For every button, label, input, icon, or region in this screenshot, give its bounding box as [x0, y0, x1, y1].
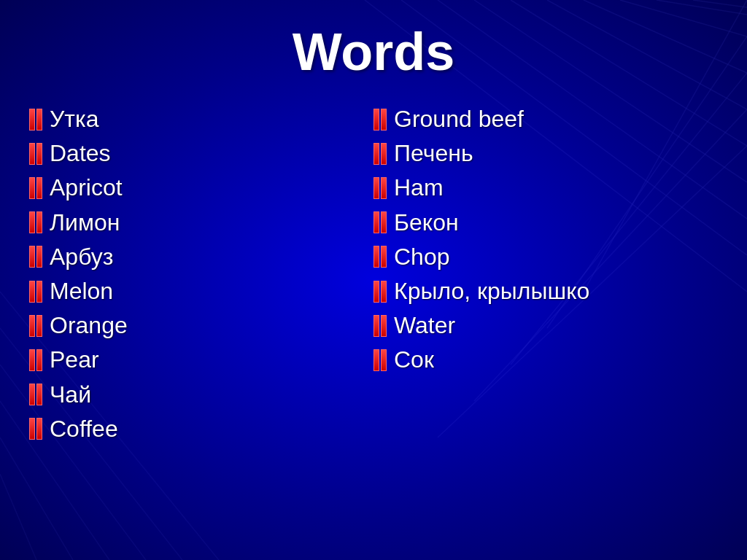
item-text: Chop [394, 241, 450, 273]
list-item: Dates [29, 138, 374, 169]
item-text: Orange [50, 310, 128, 341]
bullet-icon [29, 315, 42, 337]
bullet-bar-right [36, 211, 42, 233]
bullet-bar-left [29, 418, 35, 440]
column-2: Ground beefПеченьHamБеконChopКрыло, крыл… [374, 104, 718, 445]
main-content: Words УткаDatesApricotЛимонАрбузMelonOra… [0, 0, 747, 560]
bullet-bar-left [29, 315, 35, 337]
list-item: Арбуз [29, 241, 374, 273]
bullet-icon [374, 143, 387, 165]
bullet-bar-left [374, 109, 379, 131]
bullet-icon [29, 143, 42, 165]
bullet-bar-left [374, 281, 379, 303]
bullet-icon [374, 211, 387, 233]
bullet-bar-left [29, 246, 35, 268]
item-text: Pear [50, 344, 99, 376]
item-text: Dates [50, 138, 111, 169]
list-item: Coffee [29, 413, 374, 445]
bullet-icon [29, 246, 42, 268]
bullet-bar-left [374, 211, 379, 233]
bullet-bar-right [381, 349, 387, 371]
bullet-bar-left [374, 349, 379, 371]
list-item: Ham [374, 172, 718, 203]
bullet-icon [374, 177, 387, 199]
list-item: Apricot [29, 172, 374, 203]
bullet-bar-right [36, 418, 42, 440]
bullet-icon [29, 384, 42, 405]
item-text: Утка [50, 104, 98, 135]
item-text: Apricot [50, 172, 123, 203]
bullet-bar-left [29, 211, 35, 233]
list-item: Лимон [29, 207, 374, 238]
bullet-icon [29, 418, 42, 440]
list-item: Бекон [374, 207, 718, 238]
list-item: Water [374, 310, 718, 341]
list-item: Orange [29, 310, 374, 341]
bullet-bar-left [29, 143, 35, 165]
bullet-bar-right [36, 281, 42, 303]
list-item: Сок [374, 344, 718, 376]
word-columns: УткаDatesApricotЛимонАрбузMelonOrangePea… [0, 104, 747, 445]
bullet-bar-right [36, 349, 42, 371]
bullet-icon [29, 211, 42, 233]
bullet-icon [374, 281, 387, 303]
bullet-bar-right [36, 143, 42, 165]
bullet-bar-right [36, 109, 42, 131]
bullet-bar-left [29, 384, 35, 405]
bullet-icon [29, 177, 42, 199]
bullet-icon [29, 109, 42, 131]
item-text: Coffee [50, 413, 118, 445]
list-item: Утка [29, 104, 374, 135]
list-item: Ground beef [374, 104, 718, 135]
item-text: Сок [394, 344, 434, 376]
bullet-icon [374, 246, 387, 268]
list-item: Chop [374, 241, 718, 273]
list-item: Крыло, крылышко [374, 276, 718, 307]
bullet-bar-left [29, 349, 35, 371]
bullet-bar-left [29, 109, 35, 131]
list-item: Melon [29, 276, 374, 307]
bullet-bar-left [29, 177, 35, 199]
bullet-icon [374, 349, 387, 371]
item-text: Бекон [394, 207, 459, 238]
bullet-bar-right [381, 177, 387, 199]
list-item: Печень [374, 138, 718, 169]
bullet-bar-right [381, 211, 387, 233]
item-text: Лимон [50, 207, 120, 238]
bullet-bar-left [374, 143, 379, 165]
bullet-bar-right [36, 246, 42, 268]
item-text: Арбуз [50, 241, 113, 273]
bullet-bar-right [381, 143, 387, 165]
page-title: Words [293, 22, 455, 82]
item-text: Печень [394, 138, 473, 169]
bullet-bar-left [374, 246, 379, 268]
bullet-icon [29, 281, 42, 303]
bullet-bar-left [29, 281, 35, 303]
bullet-bar-left [374, 177, 379, 199]
bullet-icon [374, 315, 387, 337]
bullet-bar-right [36, 384, 42, 405]
item-text: Water [394, 310, 455, 341]
bullet-bar-right [381, 246, 387, 268]
item-text: Ham [394, 172, 444, 203]
bullet-bar-right [381, 315, 387, 337]
list-item: Чай [29, 379, 374, 411]
bullet-bar-left [374, 315, 379, 337]
bullet-bar-right [381, 281, 387, 303]
column-1: УткаDatesApricotЛимонАрбузMelonOrangePea… [29, 104, 374, 445]
bullet-icon [374, 109, 387, 131]
list-item: Pear [29, 344, 374, 376]
item-text: Крыло, крылышко [394, 276, 589, 307]
bullet-bar-right [36, 177, 42, 199]
bullet-bar-right [36, 315, 42, 337]
bullet-bar-right [381, 109, 387, 131]
bullet-icon [29, 349, 42, 371]
item-text: Чай [50, 379, 91, 411]
item-text: Melon [50, 276, 113, 307]
item-text: Ground beef [394, 104, 524, 135]
